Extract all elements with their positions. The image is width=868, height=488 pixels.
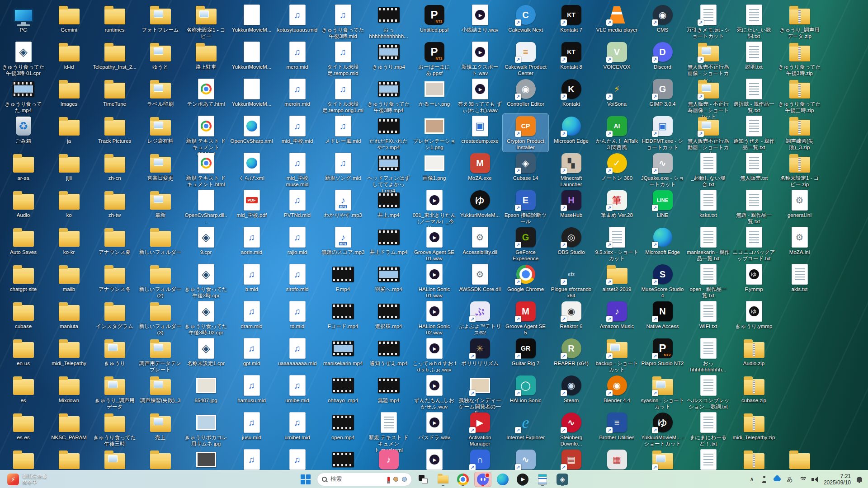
desktop-icon[interactable]: 営業日変更 [137, 151, 183, 183]
desktop-icon[interactable]: 無人販売.txt [731, 151, 777, 183]
desktop-icon[interactable]: ♫sirofo.mid [274, 262, 320, 294]
desktop-icon[interactable]: ♫mero.mid [274, 40, 320, 71]
desktop-icon[interactable]: ♫新規ソング.mid [320, 151, 366, 183]
desktop-icon[interactable]: midi_Telepathy [46, 336, 92, 368]
desktop-icon[interactable]: M↗Groove Agent SE 5 [503, 299, 548, 337]
desktop-icon[interactable]: AI↗かんたん！ AITalk 3 関西風 [594, 114, 640, 152]
chrome-button[interactable] [454, 472, 472, 487]
desktop-icon[interactable]: ◉↗CMS [640, 3, 685, 34]
desktop-icon[interactable]: GR↗Guitar Rig 7 [503, 336, 548, 368]
desktop-icon[interactable]: ♪ [366, 447, 411, 470]
desktop-icon[interactable]: ♫dram.mid [229, 299, 274, 331]
desktop-icon[interactable]: ▤↗ [548, 447, 594, 470]
desktop-icon[interactable]: ♪MP3わかりやす.mp3 [320, 188, 366, 220]
desktop-icon[interactable]: ≡↗Brother Utilities [594, 410, 640, 442]
cubase-button[interactable]: ◈ [554, 472, 571, 487]
desktop-icon[interactable]: ▶ [411, 447, 457, 470]
desktop-icon[interactable]: ♫きゅうり食ってた午後3時.mid [320, 3, 366, 41]
desktop-icon[interactable]: ♪MP3無題のスコア.mp3 [320, 225, 366, 257]
desktop-icon[interactable]: ♫aorin.mid [229, 225, 274, 257]
desktop-icon[interactable]: open - 親作品一覧.txt [685, 262, 731, 300]
desktop-icon[interactable]: KT↗Kontakt 7 [548, 3, 594, 34]
desktop-icon[interactable] [46, 447, 92, 470]
desktop-icon[interactable]: Gemini [46, 3, 92, 34]
start-button[interactable] [297, 472, 314, 487]
desktop-icon[interactable]: ⚙AWSSDK.Core.dll [457, 262, 503, 294]
desktop-icon[interactable]: ↗syasinn - ショートカット [640, 373, 685, 411]
desktop-icon[interactable]: R↗REAPER (x64) [548, 336, 594, 368]
desktop-icon[interactable]: ♫ [229, 447, 274, 470]
desktop-icon[interactable]: ↗airset2-2019 [594, 262, 640, 294]
desktop-icon[interactable]: ▶答え知ってても ずぃ(わこれ).wav [457, 77, 503, 115]
desktop-icon[interactable]: ♫mid_学校muse.mid [274, 151, 320, 189]
desktop-icon[interactable]: テンポあて.html [183, 77, 229, 108]
desktop-icon[interactable]: ⚡↗VoiSona [594, 77, 640, 108]
desktop-icon[interactable]: F.mp4 [320, 262, 366, 294]
desktop-icon[interactable]: 説明.txt [731, 40, 777, 71]
desktop-icon[interactable]: アナウンス冬 [92, 262, 137, 294]
clock[interactable]: 7:21 2025/09/10 [824, 473, 851, 486]
desktop-icon[interactable]: MMoZA.exe [457, 151, 503, 183]
desktop-icon[interactable]: ゆうと [137, 40, 183, 71]
desktop-icon[interactable]: きゅうり_調声用データ [92, 373, 137, 411]
desktop-icon[interactable]: 画像1.png [411, 151, 457, 183]
desktop-icon[interactable]: KT↗Kontakt 8 [548, 40, 594, 71]
desktop-icon[interactable]: WIFI.txt [685, 299, 731, 331]
desktop-icon[interactable]: 死にたい_い歌詞.txt [731, 3, 777, 41]
desktop-icon[interactable]: ♫uaaaaaaaaa.mid [274, 336, 320, 368]
desktop-icon[interactable]: ♫メドレー風.mid [320, 114, 366, 145]
desktop-icon[interactable]: きゅうり食ってた午後3時.mp4 [366, 77, 411, 115]
desktop-icon[interactable]: H↗MuseHub [548, 188, 594, 220]
desktop-icon[interactable]: ◈きゅうり食ってた午後3時-01.cpr [0, 40, 46, 78]
desktop-icon[interactable]: アナウンス夏 [92, 225, 137, 257]
desktop-icon[interactable] [685, 447, 731, 470]
desktop-icon[interactable]: chatgpt-site [0, 262, 46, 294]
desktop[interactable]: PCGeminiruntimesフォトフレーム名称未設定1 - コピーYukku… [0, 0, 868, 470]
desktop-icon[interactable]: ar-sa [0, 151, 46, 183]
desktop-icon[interactable]: ◉↗Controller Editor [503, 77, 548, 108]
desktop-icon[interactable]: ↗backup - ショートカット [594, 336, 640, 374]
desktop-icon[interactable]: en-us [0, 336, 46, 368]
desktop-icon[interactable] [320, 447, 366, 470]
desktop-icon[interactable]: ko [46, 188, 92, 220]
edge-button[interactable] [494, 472, 511, 487]
desktop-icon[interactable]: ⚙Accessibility.dll [457, 225, 503, 257]
desktop-icon[interactable]: Mixdown [46, 373, 92, 405]
desktop-icon[interactable]: ▚↗Minecraft Launcher [548, 151, 594, 189]
desktop-icon[interactable]: ja [46, 114, 92, 145]
desktop-icon[interactable]: id-id [46, 40, 92, 71]
desktop-icon[interactable] [183, 447, 229, 470]
desktop-icon[interactable]: ⚙general.ini [777, 188, 822, 220]
desktop-icon[interactable]: きゅうり_調声用データ.zip [777, 3, 822, 41]
desktop-icon[interactable]: Images [46, 77, 92, 108]
desktop-icon[interactable]: 売上 [137, 410, 183, 442]
notepad-button[interactable] [534, 472, 551, 487]
desktop-icon[interactable]: ◈↗Cubase 14 [503, 151, 548, 183]
desktop-icon[interactable]: S↗MuseScore Studio 4 [640, 262, 685, 300]
desktop-icon[interactable]: ∩↗ [457, 447, 503, 470]
desktop-icon[interactable]: ✓↗ノートン 360 [594, 151, 640, 183]
desktop-icon[interactable] [731, 447, 777, 470]
desktop-icon[interactable]: フォトフレーム [137, 3, 183, 34]
desktop-icon[interactable]: ↗万引きメモ.txt - ショートカット [685, 3, 731, 41]
desktop-icon[interactable]: open.mp4 [320, 410, 366, 442]
desktop-icon[interactable]: ≡↗Cakewalk Product Center [503, 40, 548, 78]
desktop-icon[interactable]: 調声練習(失敗)_3.zip [777, 114, 822, 152]
desktop-icon[interactable]: cubase.zip [731, 373, 777, 405]
desktop-icon[interactable]: ▶パスドラ.wav [411, 410, 457, 442]
desktop-icon[interactable]: きゅうり食ってた.mp4 [0, 77, 46, 115]
desktop-icon[interactable]: 新しいフォルダー [137, 225, 183, 257]
desktop-icon[interactable]: C↗Cakewalk Next [503, 3, 548, 34]
desktop-icon[interactable]: akis.txt [777, 262, 822, 294]
desktop-icon[interactable]: Track Pictures [92, 114, 137, 145]
desktop-icon[interactable]: ♫umibe.mid [274, 373, 320, 405]
desktop-icon[interactable]: ▶こってゅh d すお f d s b ふぉ.wav [411, 336, 457, 374]
desktop-icon[interactable]: ↗Microsoft Edge [548, 114, 594, 145]
desktop-icon[interactable]: CP↗Crypton Product Installer [503, 114, 548, 152]
desktop-icon[interactable]: YukkuriMovieM... [229, 77, 274, 108]
desktop-icon[interactable]: 無題 - 親作品一覧.txt [731, 188, 777, 226]
desktop-icon[interactable] [92, 447, 137, 470]
desktop-icon[interactable]: きゅうり食ってた午後三時 [92, 410, 137, 448]
desktop-icon[interactable]: ♫b.mid [229, 262, 274, 294]
desktop-icon[interactable]: レジ袋有料 [137, 114, 183, 145]
